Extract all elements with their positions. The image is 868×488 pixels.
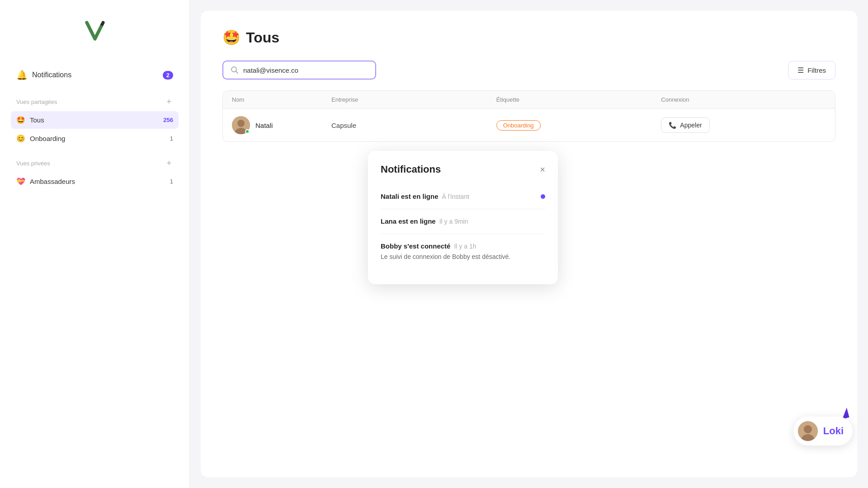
- sidebar: 🔔 Notifications 2 Vues partagées + 🤩 Tou…: [0, 0, 190, 488]
- action-cell: 📞 Appeler: [661, 117, 826, 133]
- search-icon: [231, 66, 239, 74]
- app-logo: [82, 18, 108, 43]
- private-views-label: Vues privées: [16, 160, 50, 167]
- onboarding-emoji: 😊: [16, 134, 25, 143]
- tag-onboarding: Onboarding: [496, 120, 541, 131]
- contact-name: Natali: [255, 122, 273, 129]
- sidebar-item-tous[interactable]: 🤩 Tous 256: [11, 111, 179, 129]
- search-box[interactable]: [222, 61, 376, 80]
- onboarding-label: Onboarding: [30, 135, 165, 142]
- cursor-area: Loki: [841, 408, 848, 418]
- call-icon: 📞: [669, 122, 676, 129]
- notification-item-1: Lana est en ligneIl y a 9min: [381, 209, 545, 234]
- header-connexion: Connexion: [661, 96, 826, 103]
- header-nom: Nom: [232, 96, 331, 103]
- tag-cell: Onboarding: [496, 120, 661, 131]
- notification-sub-2: Le suivi de connexion de Bobby est désac…: [381, 252, 510, 262]
- avatar-wrapper: [232, 116, 250, 134]
- filter-button[interactable]: ☰ Filtres: [788, 61, 835, 80]
- ambassadeurs-count: 1: [170, 178, 173, 185]
- logo-area: [11, 18, 179, 43]
- notification-text-0: Natali est en ligneÀ l'instant: [381, 192, 469, 201]
- notification-content-0: Natali est en ligneÀ l'instant: [381, 192, 469, 201]
- header-etiquette: Étiquette: [496, 96, 661, 103]
- onboarding-count: 1: [170, 135, 173, 142]
- main-content: 🤩 Tous ☰ Filtres Nom Entreprise Étiquett…: [201, 11, 857, 477]
- tous-emoji: 🤩: [16, 116, 25, 124]
- ambassadeurs-label: Ambassadeurs: [30, 178, 165, 185]
- notification-item-0: Natali est en ligneÀ l'instant: [381, 184, 545, 209]
- toolbar: ☰ Filtres: [222, 61, 835, 80]
- loki-face: [798, 421, 818, 441]
- private-views-section: Vues privées +: [11, 155, 179, 171]
- notifications-badge: 2: [163, 71, 173, 80]
- unread-dot: [541, 194, 545, 199]
- sidebar-item-notifications[interactable]: 🔔 Notifications 2: [11, 65, 179, 85]
- table-header: Nom Entreprise Étiquette Connexion: [223, 91, 835, 109]
- sidebar-item-onboarding[interactable]: 😊 Onboarding 1: [11, 130, 179, 147]
- modal-header: Notifications ×: [381, 164, 545, 175]
- notification-content-1: Lana est en ligneIl y a 9min: [381, 217, 468, 225]
- contact-cell: Natali: [232, 116, 331, 134]
- loki-avatar: [798, 421, 818, 441]
- add-shared-view-button[interactable]: +: [165, 98, 173, 106]
- page-emoji: 🤩: [222, 29, 241, 46]
- svg-point-3: [237, 120, 245, 127]
- loki-name: Loki: [823, 425, 844, 437]
- ambassadeurs-emoji: 💝: [16, 177, 25, 186]
- filter-icon: ☰: [797, 66, 804, 75]
- loki-tooltip: Loki: [793, 417, 853, 446]
- svg-line-1: [236, 71, 238, 74]
- page-header: 🤩 Tous: [222, 29, 835, 46]
- modal-title: Notifications: [381, 164, 441, 175]
- call-label: Appeler: [680, 122, 702, 129]
- header-entreprise: Entreprise: [331, 96, 496, 103]
- sidebar-item-ambassadeurs[interactable]: 💝 Ambassadeurs 1: [11, 173, 179, 190]
- notifications-modal: Notifications × Natali est en ligneÀ l'i…: [368, 151, 558, 284]
- notification-content-2: Bobby s'est connectéIl y a 1h Le suivi d…: [381, 242, 510, 262]
- tous-label: Tous: [30, 116, 159, 124]
- search-input[interactable]: [243, 66, 368, 74]
- shared-views-section: Vues partagées +: [11, 94, 179, 109]
- bell-icon: 🔔: [16, 70, 28, 80]
- call-button[interactable]: 📞 Appeler: [661, 117, 709, 133]
- tous-count: 256: [163, 117, 173, 123]
- modal-close-button[interactable]: ×: [540, 165, 545, 174]
- contacts-table: Nom Entreprise Étiquette Connexion: [222, 90, 835, 142]
- shared-views-label: Vues partagées: [16, 99, 57, 105]
- svg-point-6: [804, 425, 812, 433]
- notification-main-2: Bobby s'est connectéIl y a 1h: [381, 242, 510, 250]
- table-row: Natali Capsule Onboarding 📞 Appeler: [223, 109, 835, 141]
- add-private-view-button[interactable]: +: [165, 159, 173, 167]
- filter-label: Filtres: [807, 66, 826, 74]
- notifications-label: Notifications: [32, 71, 158, 79]
- page-title: Tous: [246, 29, 279, 46]
- online-indicator: [245, 129, 250, 134]
- company-cell: Capsule: [331, 122, 496, 129]
- notification-item-2: Bobby s'est connectéIl y a 1h Le suivi d…: [381, 234, 545, 270]
